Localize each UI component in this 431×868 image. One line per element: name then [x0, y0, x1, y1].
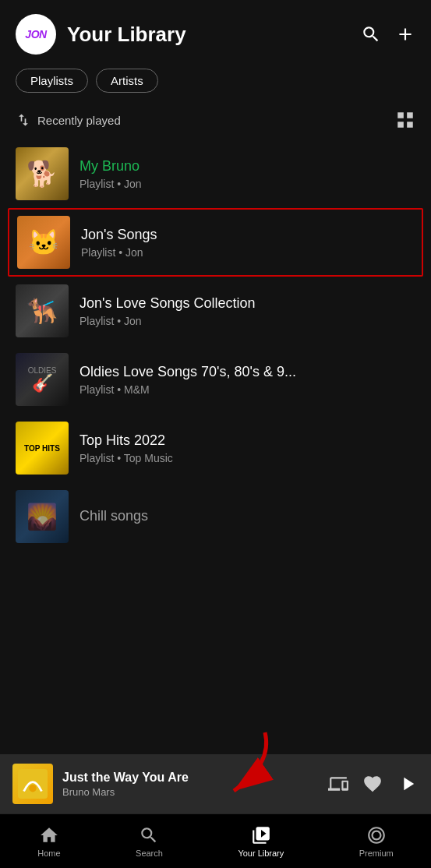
playlist-name: Chill songs	[79, 507, 415, 525]
playlist-name: Top Hits 2022	[79, 432, 415, 450]
playlist-list: 🐕 My Bruno Playlist • Jon 🐱 Jon's Songs …	[0, 139, 431, 551]
filter-pills: Playlists Artists	[0, 62, 431, 104]
header-actions	[361, 24, 415, 44]
list-item[interactable]: TOP HITS Top Hits 2022 Playlist • Top Mu…	[0, 414, 431, 482]
now-playing-art-icon	[18, 769, 48, 799]
playlist-sub: Playlist • Jon	[79, 315, 415, 327]
nav-label-premium: Premium	[359, 849, 394, 858]
nav-item-premium[interactable]: Premium	[359, 825, 394, 858]
svg-point-1	[29, 785, 37, 792]
page-title: Your Library	[67, 23, 350, 47]
playlist-sub: Playlist • M&M	[79, 383, 415, 396]
playlist-thumbnail: 🐕‍🦺	[16, 284, 69, 337]
nav-label-library: Your Library	[238, 849, 284, 858]
red-arrow-annotation	[203, 725, 296, 806]
header: JON Your Library	[0, 0, 431, 62]
like-icon[interactable]	[362, 774, 383, 794]
now-playing-controls	[328, 773, 419, 795]
play-button[interactable]	[397, 773, 419, 795]
list-item[interactable]: 🐕‍🦺 Jon's Love Songs Collection Playlist…	[0, 277, 431, 345]
nav-label-search: Search	[136, 849, 163, 858]
nav-item-library[interactable]: Your Library	[238, 825, 284, 858]
list-item[interactable]: OLDIES 🎸 Oldies Love Songs 70's, 80's & …	[0, 345, 431, 414]
library-icon	[251, 825, 271, 845]
playlist-sub: Playlist • Jon	[79, 178, 415, 190]
list-item[interactable]: 🌄 Chill songs	[0, 482, 431, 551]
bottom-navigation: Home Search Your Library Premium	[0, 813, 431, 868]
sort-bar: Recently played	[0, 104, 431, 139]
nav-item-home[interactable]: Home	[37, 825, 60, 858]
now-playing-thumbnail	[12, 764, 53, 804]
pill-playlists[interactable]: Playlists	[16, 69, 88, 93]
playlist-info: Top Hits 2022 Playlist • Top Music	[79, 432, 415, 464]
playlist-sub: Playlist • Jon	[81, 246, 414, 259]
add-icon[interactable]	[395, 24, 415, 44]
playlist-thumbnail: 🐱	[17, 216, 70, 269]
pill-artists[interactable]: Artists	[96, 69, 158, 93]
premium-icon	[366, 825, 387, 845]
playlist-name: Jon's Love Songs Collection	[79, 295, 415, 312]
svg-rect-0	[18, 769, 48, 799]
playlist-info: Oldies Love Songs 70's, 80's & 9... Play…	[79, 363, 415, 396]
connect-device-icon[interactable]	[328, 774, 348, 794]
list-item[interactable]: 🐱 Jon's Songs Playlist • Jon	[8, 208, 423, 277]
thumb-image: 🐕	[16, 147, 69, 200]
thumb-image: 🌄	[16, 490, 69, 543]
playlist-info: Jon's Love Songs Collection Playlist • J…	[79, 295, 415, 327]
playlist-thumbnail: 🌄	[16, 490, 69, 543]
thumb-image: 🐱	[17, 216, 70, 269]
home-icon	[39, 825, 59, 845]
playlist-info: Jon's Songs Playlist • Jon	[81, 226, 414, 259]
playlist-info: Chill songs	[79, 507, 415, 525]
nav-item-search[interactable]: Search	[136, 825, 163, 858]
playlist-name: Oldies Love Songs 70's, 80's & 9...	[79, 363, 415, 381]
sort-left[interactable]: Recently played	[16, 112, 121, 128]
grid-view-icon[interactable]	[395, 110, 415, 130]
playlist-thumbnail: TOP HITS	[16, 422, 69, 475]
playlist-info: My Bruno Playlist • Jon	[79, 157, 415, 190]
nav-label-home: Home	[37, 849, 60, 858]
playlist-name: Jon's Songs	[81, 226, 414, 244]
sort-label: Recently played	[37, 114, 121, 127]
playlist-name: My Bruno	[79, 157, 415, 175]
avatar[interactable]: JON	[16, 14, 56, 55]
search-nav-icon	[139, 825, 159, 845]
playlist-thumbnail: 🐕	[16, 147, 69, 200]
sort-arrows-icon	[16, 112, 31, 128]
search-icon[interactable]	[361, 24, 381, 44]
list-item[interactable]: 🐕 My Bruno Playlist • Jon	[0, 139, 431, 208]
playlist-sub: Playlist • Top Music	[79, 452, 415, 464]
playlist-thumbnail: OLDIES 🎸	[16, 353, 69, 406]
thumb-image: 🐕‍🦺	[16, 284, 69, 337]
